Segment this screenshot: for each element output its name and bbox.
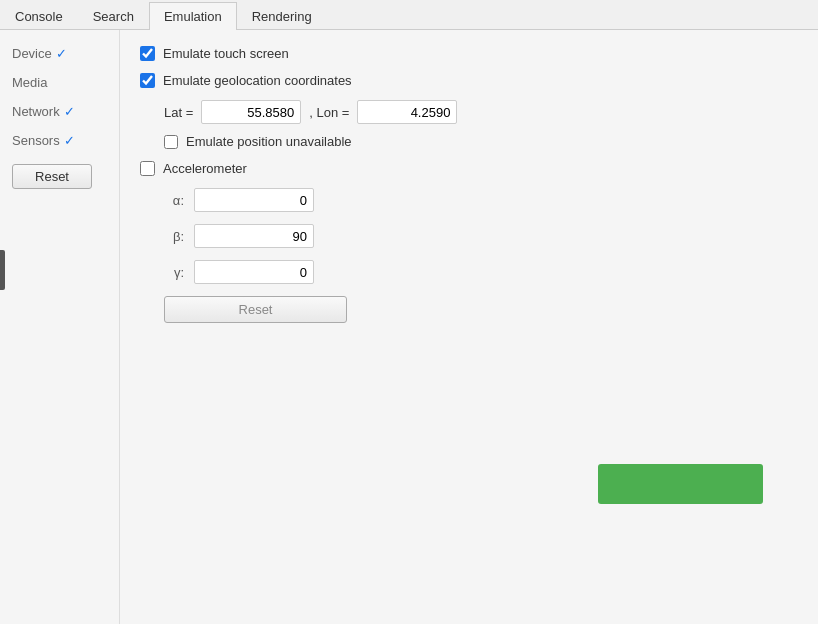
alpha-input[interactable]	[194, 188, 314, 212]
devtools-panel: Console Search Emulation Rendering Devic…	[0, 0, 818, 624]
tab-rendering[interactable]: Rendering	[237, 2, 327, 30]
alpha-row: α:	[164, 188, 798, 212]
tab-console[interactable]: Console	[0, 2, 78, 30]
sidebar-item-sensors[interactable]: Sensors ✓	[0, 127, 119, 154]
sidebar-item-network[interactable]: Network ✓	[0, 98, 119, 125]
gamma-input[interactable]	[194, 260, 314, 284]
lat-label: Lat =	[164, 105, 193, 120]
gamma-row: γ:	[164, 260, 798, 284]
sidebar-reset-section: Reset	[0, 156, 119, 197]
lat-lon-row: Lat = , Lon =	[164, 100, 798, 124]
tab-emulation[interactable]: Emulation	[149, 2, 237, 30]
green-rectangle	[598, 464, 763, 504]
touch-screen-label: Emulate touch screen	[163, 46, 289, 61]
accelerometer-section: Accelerometer α: β: γ: Res	[140, 161, 798, 323]
network-label: Network	[12, 104, 60, 119]
accelerometer-reset-button[interactable]: Reset	[164, 296, 347, 323]
unavailable-label: Emulate position unavailable	[186, 134, 352, 149]
device-label: Device	[12, 46, 52, 61]
tab-bar: Console Search Emulation Rendering	[0, 0, 818, 30]
sidebar-reset-button[interactable]: Reset	[12, 164, 92, 189]
media-label: Media	[12, 75, 47, 90]
lon-input[interactable]	[357, 100, 457, 124]
device-check: ✓	[56, 46, 67, 61]
alpha-label: α:	[164, 193, 184, 208]
sidebar-item-device[interactable]: Device ✓	[0, 40, 119, 67]
accelerometer-checkbox[interactable]	[140, 161, 155, 176]
sensors-check: ✓	[64, 133, 75, 148]
touch-screen-row: Emulate touch screen	[140, 46, 798, 61]
gamma-label: γ:	[164, 265, 184, 280]
network-check: ✓	[64, 104, 75, 119]
beta-label: β:	[164, 229, 184, 244]
accelerometer-label: Accelerometer	[163, 161, 247, 176]
accelerometer-row: Accelerometer	[140, 161, 798, 176]
unavailable-row: Emulate position unavailable	[164, 134, 798, 149]
beta-input[interactable]	[194, 224, 314, 248]
touch-screen-checkbox[interactable]	[140, 46, 155, 61]
main-panel: Emulate touch screen Emulate geolocation…	[120, 30, 818, 624]
beta-row: β:	[164, 224, 798, 248]
content-area: Device ✓ Media Network ✓ Sensors ✓ Reset	[0, 30, 818, 624]
sidebar-item-media[interactable]: Media	[0, 69, 119, 96]
sensors-label: Sensors	[12, 133, 60, 148]
geolocation-label: Emulate geolocation coordinates	[163, 73, 352, 88]
geolocation-row: Emulate geolocation coordinates	[140, 73, 798, 88]
geo-section: Lat = , Lon = Emulate position unavailab…	[164, 100, 798, 149]
unavailable-checkbox[interactable]	[164, 135, 178, 149]
lon-label: , Lon =	[309, 105, 349, 120]
tab-search[interactable]: Search	[78, 2, 149, 30]
lat-input[interactable]	[201, 100, 301, 124]
geolocation-checkbox[interactable]	[140, 73, 155, 88]
sidebar-divider	[0, 250, 5, 290]
sidebar: Device ✓ Media Network ✓ Sensors ✓ Reset	[0, 30, 120, 624]
